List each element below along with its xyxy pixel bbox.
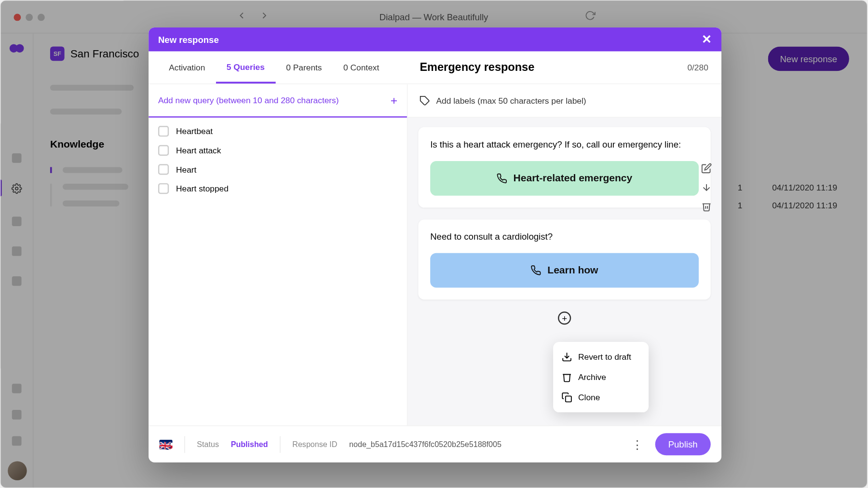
- checkbox[interactable]: [158, 183, 169, 194]
- menu-revert[interactable]: Revert to draft: [553, 347, 649, 367]
- menu-label: Clone: [578, 393, 600, 402]
- context-menu: Revert to draft Archive Clone: [553, 342, 649, 412]
- query-item[interactable]: Heart stopped: [158, 183, 397, 194]
- phone-icon: [497, 173, 507, 183]
- card-action-button[interactable]: Heart-related emergency: [430, 161, 699, 195]
- checkbox[interactable]: [158, 126, 169, 136]
- plus-icon[interactable]: +: [391, 94, 397, 107]
- query-label: Heart: [176, 165, 196, 175]
- response-card: Need to consult a cardiologist? Learn ho…: [418, 219, 710, 299]
- query-item[interactable]: Heart attack: [158, 145, 397, 156]
- menu-clone[interactable]: Clone: [553, 387, 649, 407]
- app-window: Dialpad — Work Beautifully: [0, 0, 868, 488]
- menu-label: Revert to draft: [578, 352, 631, 362]
- response-id-label: Response ID: [292, 440, 337, 449]
- phone-icon: [531, 265, 542, 275]
- modal-tabs: Activation 5 Queries 0 Parents 0 Context…: [149, 51, 721, 84]
- query-item[interactable]: Heartbeat: [158, 126, 397, 136]
- delete-icon[interactable]: [701, 201, 712, 214]
- add-card-icon[interactable]: +: [558, 312, 571, 325]
- query-label: Heart stopped: [176, 184, 229, 193]
- locale-flag-icon[interactable]: 🇬🇧: [159, 440, 172, 449]
- trash-icon: [561, 372, 572, 382]
- menu-label: Archive: [578, 372, 606, 382]
- move-down-icon[interactable]: [701, 182, 712, 195]
- close-icon[interactable]: ✕: [702, 32, 712, 47]
- add-query-placeholder: Add new query (between 10 and 280 charac…: [158, 95, 339, 105]
- add-labels-text: Add labels (max 50 characters per label): [436, 96, 586, 106]
- tab-parents[interactable]: 0 Parents: [275, 51, 333, 83]
- svg-rect-4: [566, 396, 571, 402]
- modal-footer: 🇬🇧 Status Published Response ID node_b5a…: [149, 425, 721, 462]
- menu-archive[interactable]: Archive: [553, 367, 649, 387]
- queries-panel: Add new query (between 10 and 280 charac…: [149, 84, 407, 425]
- more-options-icon[interactable]: ⋮: [631, 437, 643, 451]
- modal-header: New response ✕: [149, 27, 721, 51]
- query-label: Heartbeat: [176, 126, 213, 136]
- query-item[interactable]: Heart: [158, 164, 397, 175]
- response-title: Emergency response: [420, 61, 687, 74]
- add-query-input[interactable]: Add new query (between 10 and 280 charac…: [149, 84, 407, 117]
- response-panel: Add labels (max 50 characters per label)…: [407, 84, 721, 425]
- tab-queries[interactable]: 5 Queries: [216, 51, 276, 83]
- modal-title: New response: [158, 34, 219, 44]
- publish-button[interactable]: Publish: [655, 433, 710, 455]
- card-button-label: Learn how: [547, 264, 598, 276]
- card-action-button[interactable]: Learn how: [430, 253, 699, 288]
- tab-context[interactable]: 0 Context: [333, 51, 390, 83]
- labels-row[interactable]: Add labels (max 50 characters per label): [407, 84, 721, 117]
- tag-icon: [420, 95, 430, 106]
- char-counter: 0/280: [687, 63, 708, 72]
- edit-icon[interactable]: [701, 163, 712, 176]
- copy-icon: [561, 392, 572, 403]
- status-label: Status: [197, 440, 219, 449]
- new-response-modal: New response ✕ Activation 5 Queries 0 Pa…: [149, 27, 721, 462]
- response-card: Is this a heart attack emergency? If so,…: [418, 127, 710, 207]
- query-label: Heart attack: [176, 146, 221, 155]
- response-id-value: node_b5a17d15c437f6fc0520b25e5188f005: [349, 440, 502, 449]
- checkbox[interactable]: [158, 164, 169, 175]
- tab-activation[interactable]: Activation: [158, 51, 216, 83]
- card-text: Need to consult a cardiologist?: [430, 230, 699, 244]
- checkbox[interactable]: [158, 145, 169, 156]
- card-text: Is this a heart attack emergency? If so,…: [430, 138, 699, 151]
- status-value: Published: [231, 440, 268, 449]
- download-icon: [561, 352, 572, 362]
- card-button-label: Heart-related emergency: [514, 172, 633, 184]
